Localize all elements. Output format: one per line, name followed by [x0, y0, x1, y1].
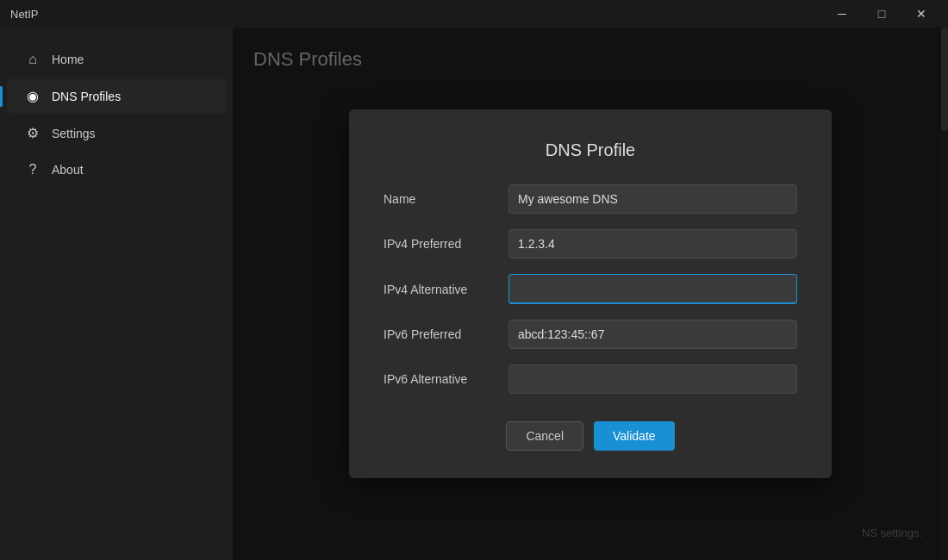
sidebar-item-about-label: About	[52, 163, 84, 177]
form-row-name: Name	[384, 184, 797, 214]
sidebar-item-home[interactable]: ⌂ Home	[7, 43, 226, 76]
modal-title: DNS Profile	[384, 140, 797, 160]
label-name: Name	[384, 192, 508, 206]
label-ipv6-preferred: IPv6 Preferred	[384, 327, 508, 341]
input-ipv6-alternative[interactable]	[508, 364, 797, 394]
main-content: DNS Profiles NS settings. DNS Profile Na…	[233, 28, 948, 560]
modal-overlay: DNS Profile Name IPv4 Preferred IPv4 Alt…	[233, 28, 948, 560]
input-ipv6-preferred[interactable]	[508, 320, 797, 349]
dns-profile-modal: DNS Profile Name IPv4 Preferred IPv4 Alt…	[349, 109, 832, 478]
settings-icon: ⚙	[24, 125, 41, 141]
sidebar-item-home-label: Home	[52, 53, 84, 66]
app-title: NetIP	[10, 8, 39, 21]
validate-button[interactable]: Validate	[594, 421, 675, 451]
dns-profiles-icon: ◉	[24, 88, 41, 104]
minimize-button[interactable]: ─	[822, 0, 862, 28]
label-ipv4-alternative: IPv4 Alternative	[384, 283, 508, 296]
label-ipv4-preferred: IPv4 Preferred	[384, 237, 508, 251]
form-row-ipv4-preferred: IPv4 Preferred	[384, 229, 797, 258]
input-name[interactable]	[508, 184, 797, 214]
form-row-ipv4-alternative: IPv4 Alternative	[384, 274, 797, 304]
form-row-ipv6-alternative: IPv6 Alternative	[384, 364, 797, 394]
form-row-ipv6-preferred: IPv6 Preferred	[384, 320, 797, 349]
titlebar: NetIP ─ □ ✕	[0, 0, 948, 28]
sidebar-item-dns-profiles-label: DNS Profiles	[52, 90, 121, 103]
sidebar: ⌂ Home ◉ DNS Profiles ⚙ Settings ? About	[0, 28, 233, 560]
sidebar-item-dns-profiles[interactable]: ◉ DNS Profiles	[7, 79, 226, 113]
modal-actions: Cancel Validate	[384, 421, 797, 451]
maximize-button[interactable]: □	[862, 0, 901, 28]
cancel-button[interactable]: Cancel	[506, 421, 583, 451]
input-ipv4-preferred[interactable]	[508, 229, 797, 258]
sidebar-item-settings[interactable]: ⚙ Settings	[7, 116, 226, 150]
sidebar-item-settings-label: Settings	[52, 127, 96, 140]
sidebar-item-about[interactable]: ? About	[7, 153, 226, 186]
close-button[interactable]: ✕	[901, 0, 941, 28]
window-controls: ─ □ ✕	[822, 0, 941, 28]
home-icon: ⌂	[24, 52, 41, 67]
about-icon: ?	[24, 162, 41, 177]
label-ipv6-alternative: IPv6 Alternative	[384, 372, 508, 386]
app-layout: ⌂ Home ◉ DNS Profiles ⚙ Settings ? About…	[0, 28, 948, 560]
input-ipv4-alternative[interactable]	[508, 274, 797, 304]
